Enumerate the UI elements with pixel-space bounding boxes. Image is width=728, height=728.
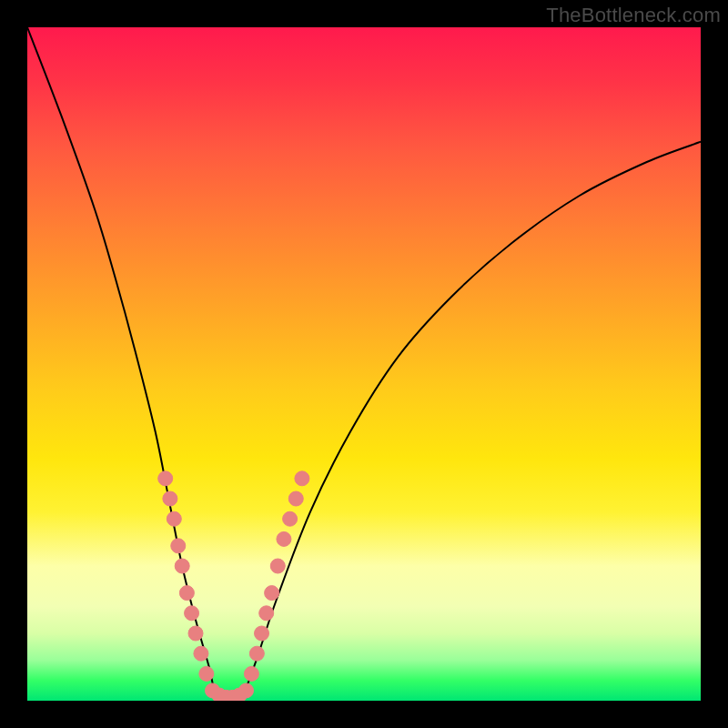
- highlight-dot: [179, 586, 194, 601]
- chart-frame: TheBottleneck.com: [0, 0, 728, 728]
- highlight-dot: [295, 471, 309, 486]
- highlight-dot: [175, 559, 189, 573]
- highlight-dot: [163, 491, 177, 506]
- highlight-dot: [188, 626, 203, 641]
- highlight-dot: [249, 646, 264, 661]
- highlight-dot: [158, 471, 173, 486]
- chart-svg: [27, 27, 701, 701]
- highlight-dots: [158, 471, 309, 701]
- highlight-dot: [255, 626, 269, 641]
- highlight-dot: [199, 666, 214, 681]
- highlight-dot: [185, 606, 199, 621]
- watermark-text: TheBottleneck.com: [546, 4, 721, 27]
- highlight-dot: [171, 539, 186, 553]
- highlight-dot: [167, 511, 181, 526]
- bottleneck-curve: [27, 27, 701, 701]
- plot-area: [27, 27, 701, 701]
- highlight-dot: [270, 559, 285, 573]
- highlight-dot: [244, 666, 258, 681]
- highlight-dot: [194, 646, 208, 661]
- highlight-dot: [259, 606, 274, 621]
- highlight-dot: [277, 531, 291, 546]
- highlight-dot: [283, 511, 298, 526]
- highlight-dot: [265, 586, 279, 601]
- highlight-dot: [288, 491, 303, 506]
- highlight-dot: [239, 683, 254, 698]
